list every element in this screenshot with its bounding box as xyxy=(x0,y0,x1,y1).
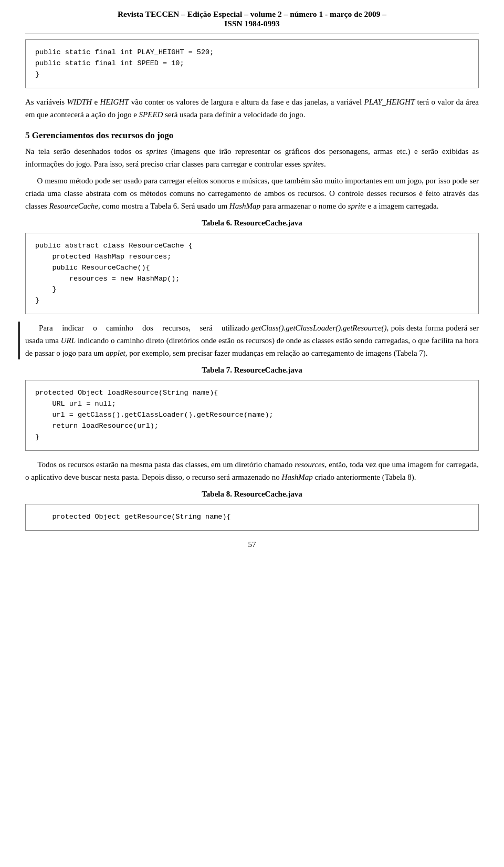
paragraph-4-container: Para indicar o caminho dos recursos, ser… xyxy=(25,322,479,359)
header-line1: Revista TECCEN – Edição Especial – volum… xyxy=(25,9,479,19)
code-block-6: public abstract class ResourceCache { pr… xyxy=(25,233,479,315)
code-block-8: protected Object getResource(String name… xyxy=(25,504,479,531)
paragraph-4: Para indicar o caminho dos recursos, ser… xyxy=(25,322,479,359)
page-number: 57 xyxy=(25,540,479,549)
code-block-7: protected Object loadResource(String nam… xyxy=(25,380,479,451)
table-8-caption: Tabela 8. ResourceCache.java xyxy=(25,490,479,499)
paragraph-3: O mesmo método pode ser usado para carre… xyxy=(25,174,479,212)
page: Revista TECCEN – Edição Especial – volum… xyxy=(0,0,504,867)
header-line2: ISSN 1984-0993 xyxy=(25,19,479,28)
left-bar xyxy=(18,322,20,359)
paragraph-1: As variáveis WIDTH e HEIGHT vão conter o… xyxy=(25,96,479,121)
paragraph-2: Na tela serão desenhados todos os sprite… xyxy=(25,145,479,170)
paragraph-5: Todos os recursos estarão na mesma pasta… xyxy=(25,458,479,483)
table-7-caption: Tabela 7. ResourceCache.java xyxy=(25,366,479,375)
section-5-heading: 5 Gerenciamentos dos recursos do jogo xyxy=(25,130,479,141)
code-top-line1: public static final int PLAY_HEIGHT = 52… xyxy=(35,48,214,78)
table-6-caption: Tabela 6. ResourceCache.java xyxy=(25,219,479,228)
journal-header: Revista TECCEN – Edição Especial – volum… xyxy=(25,0,479,34)
code-block-top: public static final int PLAY_HEIGHT = 52… xyxy=(25,39,479,88)
